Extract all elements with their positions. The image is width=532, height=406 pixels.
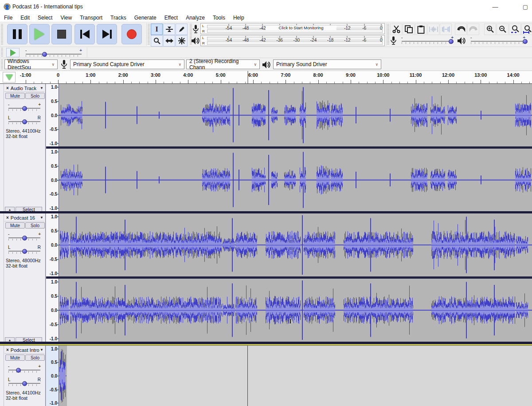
audio-host-dropdown[interactable]: Windows DirectSou∨ bbox=[4, 59, 58, 69]
gain-slider-thumb[interactable] bbox=[16, 368, 21, 373]
zoom-selection-button[interactable] bbox=[509, 24, 521, 35]
play-speed-thumb[interactable] bbox=[42, 52, 47, 57]
edit-toolbar-grip[interactable] bbox=[387, 24, 389, 45]
envelope-tool-button[interactable] bbox=[163, 24, 175, 35]
zoom-out-button[interactable] bbox=[497, 24, 509, 35]
menu-item-file[interactable]: File bbox=[0, 14, 16, 22]
menu-item-tools[interactable]: Tools bbox=[209, 14, 229, 22]
playback-volume-thumb[interactable] bbox=[523, 39, 528, 44]
tools-toolbar-grip[interactable] bbox=[148, 24, 150, 45]
vertical-scale-ruler[interactable]: 1.00.50.0-0.5-1.0 bbox=[46, 279, 59, 342]
mute-button[interactable]: Mute bbox=[5, 93, 25, 99]
waveform-channel[interactable] bbox=[59, 84, 532, 146]
waveform-canvas[interactable] bbox=[59, 149, 532, 211]
track-title-bar[interactable]: ×Audio Track▼ bbox=[4, 85, 44, 92]
pinned-play-head-button[interactable] bbox=[3, 72, 16, 83]
copy-button[interactable] bbox=[403, 24, 415, 35]
gain-slider-thumb[interactable] bbox=[22, 236, 27, 240]
vertical-scale-ruler[interactable]: 1.00.50.0-0.5-1.0 bbox=[46, 149, 59, 211]
pan-slider[interactable]: LR bbox=[8, 118, 40, 126]
track-control-panel[interactable]: ×Audio Track▼MuteSolo-+LRStereo, 44100Hz… bbox=[0, 84, 46, 213]
record-meter-mic-icon[interactable] bbox=[192, 25, 199, 34]
recording-volume-slider[interactable]: - + bbox=[402, 38, 453, 45]
pan-slider[interactable]: LR bbox=[8, 248, 40, 255]
gain-slider-thumb[interactable] bbox=[22, 106, 27, 111]
menu-item-tracks[interactable]: Tracks bbox=[106, 14, 130, 22]
device-toolbar-grip[interactable] bbox=[1, 59, 3, 69]
gain-slider[interactable]: -+ bbox=[8, 235, 40, 242]
track-control-panel[interactable]: ×Podcast 16▼MuteSolo-+LRStereo, 48000Hz3… bbox=[0, 213, 46, 344]
waveform-channel[interactable] bbox=[59, 149, 532, 211]
transport-toolbar-grip[interactable] bbox=[1, 24, 3, 45]
play-at-speed-button[interactable] bbox=[6, 48, 20, 57]
waveform-channel[interactable] bbox=[59, 279, 532, 342]
stop-button[interactable] bbox=[51, 24, 72, 44]
selection-tool-button[interactable]: I bbox=[151, 24, 163, 35]
close-track-button[interactable]: × bbox=[4, 347, 11, 352]
mute-button[interactable]: Mute bbox=[5, 355, 25, 361]
skip-to-start-button[interactable] bbox=[74, 24, 95, 44]
track-menu-caret-icon[interactable]: ▼ bbox=[40, 348, 44, 352]
waveform-channel[interactable] bbox=[59, 213, 532, 276]
waveform-canvas[interactable] bbox=[59, 84, 532, 146]
track-control-panel[interactable]: ×Podcast Intro▼MuteSolo-+LRStereo, 44100… bbox=[0, 346, 46, 406]
solo-button[interactable]: Solo bbox=[25, 222, 45, 229]
pan-slider-thumb[interactable] bbox=[22, 249, 27, 254]
track-title-bar[interactable]: ×Podcast Intro▼ bbox=[4, 347, 44, 354]
waveform-canvas[interactable] bbox=[59, 346, 532, 406]
play-speed-slider[interactable]: - + bbox=[26, 51, 82, 58]
timeline-ruler[interactable]: -1:0001:002:003:004:005:006:007:008:009:… bbox=[0, 71, 532, 84]
menu-item-view[interactable]: View bbox=[56, 14, 76, 22]
zoom-in-button[interactable] bbox=[484, 24, 496, 35]
track-menu-caret-icon[interactable]: ▼ bbox=[40, 216, 44, 220]
speed-toolbar-grip[interactable] bbox=[1, 48, 3, 57]
minimize-button[interactable]: — bbox=[489, 3, 502, 11]
trim-audio-button[interactable] bbox=[427, 24, 439, 35]
vertical-scale-ruler[interactable]: 1.00.50.0-0.5-1.0 bbox=[46, 213, 59, 276]
waveform-canvas[interactable] bbox=[59, 213, 532, 276]
pan-slider-thumb[interactable] bbox=[22, 119, 27, 124]
track-title-bar[interactable]: ×Podcast 16▼ bbox=[4, 214, 44, 221]
cut-button[interactable] bbox=[390, 24, 402, 35]
playback-volume-slider[interactable]: - + bbox=[471, 38, 525, 45]
menu-item-analyze[interactable]: Analyze bbox=[182, 14, 209, 22]
menu-item-transport[interactable]: Transport bbox=[76, 14, 106, 22]
menu-item-help[interactable]: Help bbox=[229, 14, 248, 22]
recording-meter[interactable]: LR -54-48-42-36-30-24-18-12-60 Click to … bbox=[200, 23, 385, 34]
zoom-tool-button[interactable] bbox=[151, 35, 163, 47]
solo-button[interactable]: Solo bbox=[25, 93, 45, 99]
time-shift-tool-button[interactable] bbox=[163, 35, 175, 47]
waveform-channel[interactable] bbox=[59, 346, 532, 406]
playback-device-dropdown[interactable]: Primary Sound Driver∨ bbox=[273, 59, 381, 69]
record-button[interactable] bbox=[121, 24, 142, 44]
track-menu-caret-icon[interactable]: ▼ bbox=[40, 86, 44, 90]
menu-item-select[interactable]: Select bbox=[34, 14, 56, 22]
recording-channels-dropdown[interactable]: 2 (Stereo) Recording Chann∨ bbox=[186, 59, 260, 69]
vertical-scale-ruler[interactable]: 1.00.50.0-0.5-1.0 bbox=[46, 84, 59, 146]
paste-button[interactable] bbox=[415, 24, 427, 35]
skip-to-end-button[interactable] bbox=[97, 24, 117, 44]
monitoring-prompt[interactable]: Click to Start Monitoring bbox=[266, 25, 336, 30]
gain-slider[interactable]: -+ bbox=[8, 367, 40, 374]
fit-project-button[interactable] bbox=[521, 24, 532, 35]
silence-audio-button[interactable] bbox=[440, 24, 452, 35]
solo-button[interactable]: Solo bbox=[25, 355, 45, 361]
recording-device-dropdown[interactable]: Primary Sound Capture Driver∨ bbox=[70, 59, 184, 69]
pan-slider[interactable]: LR bbox=[8, 380, 40, 387]
waveform-canvas[interactable] bbox=[59, 279, 532, 342]
play-button[interactable] bbox=[29, 24, 50, 44]
gain-slider[interactable]: -+ bbox=[8, 105, 40, 112]
maximize-button[interactable]: ▢ bbox=[519, 3, 532, 11]
menu-item-effect[interactable]: Effect bbox=[160, 14, 182, 22]
undo-button[interactable] bbox=[455, 24, 467, 35]
close-track-button[interactable]: × bbox=[4, 215, 11, 220]
pause-button[interactable] bbox=[7, 24, 27, 44]
draw-tool-button[interactable] bbox=[176, 24, 188, 35]
redo-button[interactable] bbox=[467, 24, 479, 35]
menu-item-edit[interactable]: Edit bbox=[16, 14, 34, 22]
close-track-button[interactable]: × bbox=[4, 86, 11, 91]
multi-tool-button[interactable] bbox=[176, 35, 188, 47]
pan-slider-thumb[interactable] bbox=[22, 381, 27, 386]
vertical-scale-ruler[interactable]: 1.00.50.0-0.5-1.0 bbox=[46, 346, 59, 406]
playback-meter[interactable]: LR -54-48-42-36-30-24-18-12-60 bbox=[200, 35, 385, 46]
